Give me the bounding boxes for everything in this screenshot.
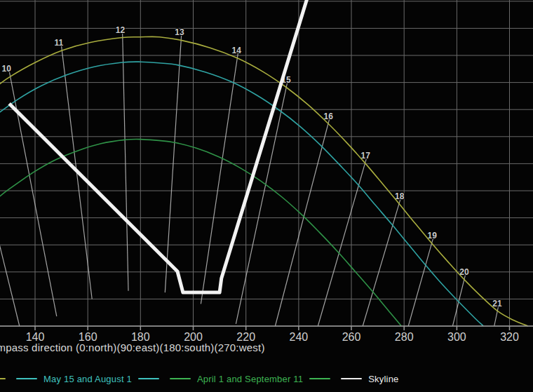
hour-label: 16 [324,111,334,121]
x-tick-label: 300 [447,331,466,343]
sun-curves-layer [0,0,528,326]
hour-line [201,53,238,304]
sun-path-chart: 9101112131415161718192021 14016018020022… [0,0,533,392]
hour-label: 21 [492,299,502,309]
hour-label: 14 [232,46,242,55]
x-tick-label: 280 [395,331,414,343]
chart-canvas: 9101112131415161718192021 14016018020022… [0,0,533,354]
legend-item-label: May 15 and August 1 [43,374,132,384]
legend-swatch-line [309,378,330,379]
legend-item-label: April 1 and September 11 [197,374,303,384]
hour-label: 11 [54,38,63,48]
x-axis-title: Compass direction (0:north)(90:east)(180… [0,342,265,353]
legend-swatch-line [16,378,37,379]
x-tick-label: 260 [342,331,361,343]
hour-line [275,119,330,327]
hour-line [0,105,20,326]
curve-teal-curve [0,62,483,326]
legend-swatch-line [170,378,191,379]
hour-lines-layer: 9101112131415161718192021 [0,25,502,327]
legend-item-label: Skyline [368,374,398,384]
x-tick-label: 240 [290,331,309,343]
x-tick-label: 320 [500,331,519,343]
legend-swatch-line [138,378,159,379]
legend-swatch-line [0,378,6,379]
legend: May 15 and August 1April 1 and September… [0,372,533,386]
hour-label: 10 [2,64,12,74]
legend-swatch-line [341,378,362,379]
hour-line [408,238,433,326]
legend-item-cutoff [0,378,6,379]
legend-item-skyline[interactable]: Skyline [341,374,398,384]
hour-label: 12 [116,25,126,35]
curve-yellow-curve [0,36,528,326]
legend-item-may-15-and-august-1[interactable]: May 15 and August 1 [16,374,159,384]
hour-line [123,32,128,291]
hour-label: 13 [175,27,184,37]
hour-line [452,274,465,326]
legend-item-april-1-and-september-11[interactable]: April 1 and September 11 [170,374,330,384]
grid-layer [0,0,533,326]
hour-line [318,158,367,326]
x-axis-layer: 140160180200220240260280300320 [0,326,533,343]
hour-line [9,71,57,316]
